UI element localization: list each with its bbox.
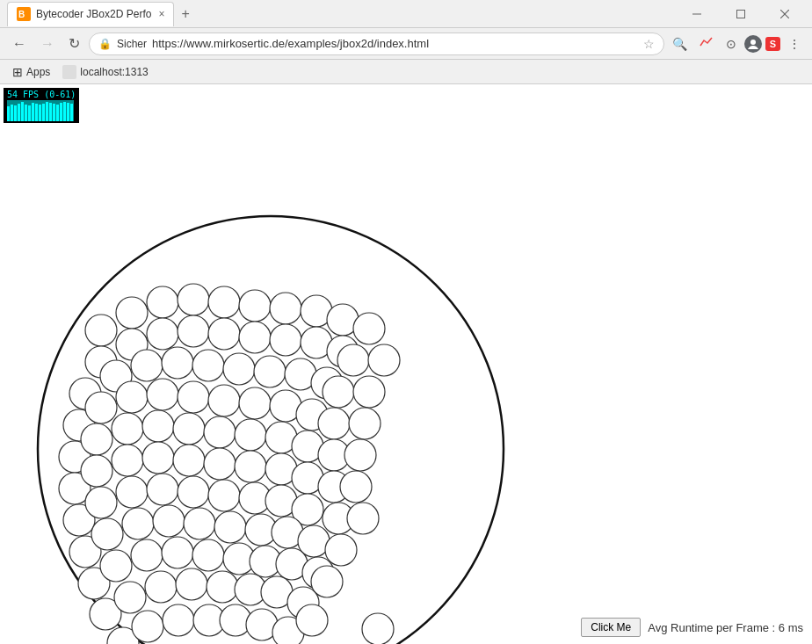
svg-rect-2 bbox=[692, 13, 701, 14]
apps-label: Apps bbox=[26, 66, 50, 78]
svg-point-6 bbox=[750, 40, 756, 45]
title-bar: B Bytecoder JBox2D Perfo × + bbox=[0, 0, 812, 28]
content-area: 54 FPS (0-61) Click Me Avg Runti bbox=[0, 84, 812, 644]
bottom-bar: Click Me Avg Runtime per Frame : 6 ms bbox=[581, 618, 803, 637]
menu-button[interactable]: ⋮ bbox=[784, 34, 805, 54]
cast-button[interactable]: ⊙ bbox=[721, 34, 741, 54]
refresh-button[interactable]: ↻ bbox=[63, 32, 85, 55]
back-button[interactable]: ← bbox=[7, 33, 32, 55]
account-icon[interactable] bbox=[744, 35, 762, 53]
fps-overlay: 54 FPS (0-61) bbox=[4, 88, 79, 123]
forward-button[interactable]: → bbox=[35, 33, 60, 55]
tab-close-button[interactable]: × bbox=[158, 8, 164, 20]
tab-strip: B Bytecoder JBox2D Perfo × + bbox=[7, 2, 677, 26]
address-bar[interactable]: 🔒 Sicher ☆ bbox=[89, 33, 664, 55]
maximize-button[interactable] bbox=[721, 0, 761, 28]
nav-right-icons: 🔍 ⊙ S ⋮ bbox=[668, 33, 805, 54]
svg-rect-3 bbox=[737, 10, 745, 18]
secure-label: Sicher bbox=[117, 38, 147, 50]
url-input[interactable] bbox=[152, 37, 638, 50]
minimize-button[interactable] bbox=[677, 0, 717, 28]
simulation-canvas bbox=[0, 84, 812, 644]
active-tab[interactable]: B Bytecoder JBox2D Perfo × bbox=[7, 2, 174, 26]
sync-button[interactable]: S bbox=[765, 37, 780, 51]
tab-favicon: B bbox=[17, 7, 31, 21]
window-controls bbox=[677, 0, 805, 28]
click-me-button[interactable]: Click Me bbox=[581, 618, 641, 637]
close-button[interactable] bbox=[765, 0, 805, 28]
fps-label: 54 FPS (0-61) bbox=[7, 90, 76, 99]
runtime-text: Avg Runtime per Frame : 6 ms bbox=[648, 621, 803, 634]
svg-text:B: B bbox=[18, 10, 25, 19]
localhost-bookmark[interactable]: localhost:1313 bbox=[62, 65, 148, 79]
tab-title: Bytecoder JBox2D Perfo bbox=[36, 8, 151, 20]
nav-bar: ← → ↻ 🔒 Sicher ☆ 🔍 ⊙ S ⋮ bbox=[0, 28, 812, 60]
zoom-button[interactable]: 🔍 bbox=[668, 34, 692, 54]
apps-grid-icon: ⊞ bbox=[12, 65, 23, 79]
bookmark-star-button[interactable]: ☆ bbox=[643, 37, 655, 51]
new-tab-button[interactable]: + bbox=[176, 6, 194, 22]
localhost-favicon bbox=[62, 65, 76, 79]
fps-graph bbox=[7, 100, 74, 121]
localhost-label: localhost:1313 bbox=[80, 66, 148, 78]
metrics-button[interactable] bbox=[695, 33, 718, 54]
secure-icon: 🔒 bbox=[98, 38, 112, 50]
apps-bookmark[interactable]: ⊞ Apps bbox=[7, 63, 55, 81]
bookmarks-bar: ⊞ Apps localhost:1313 bbox=[0, 60, 812, 84]
